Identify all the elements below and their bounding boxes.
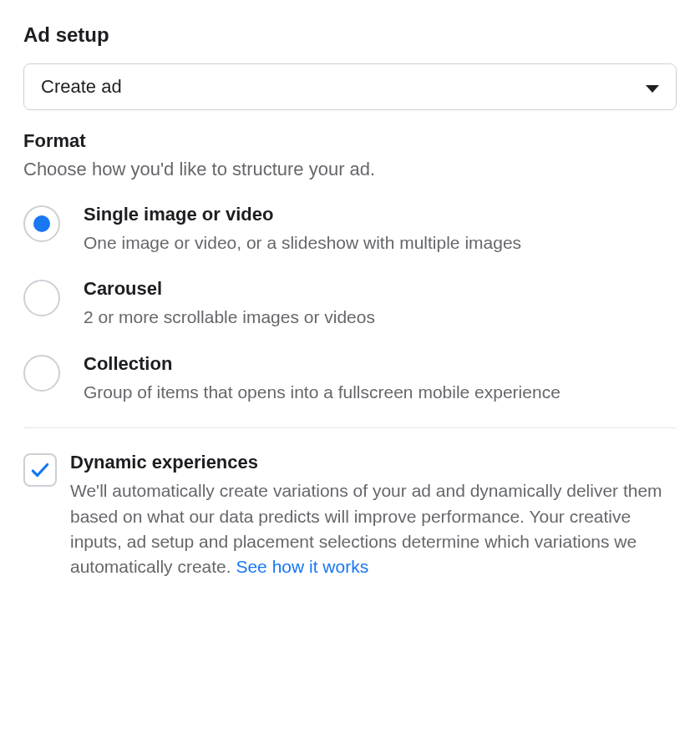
ad-setup-dropdown[interactable]: Create ad [23,63,677,110]
option-description: One image or video, or a slideshow with … [84,230,677,255]
dynamic-title: Dynamic experiences [70,452,677,473]
checkbox-content: Dynamic experiences We'll automatically … [70,452,677,580]
dynamic-description: We'll automatically create variations of… [70,478,677,580]
option-description: Group of items that opens into a fullscr… [84,380,677,404]
dropdown-selected-label: Create ad [41,76,122,98]
see-how-it-works-link[interactable]: See how it works [236,557,368,576]
option-description: 2 or more scrollable images or videos [84,305,677,329]
radio-selected-indicator [33,215,50,232]
format-option-collection[interactable]: Collection Group of items that opens int… [23,353,677,404]
format-option-carousel[interactable]: Carousel 2 or more scrollable images or … [23,278,677,329]
option-content: Collection Group of items that opens int… [84,353,677,404]
check-icon [29,459,51,481]
format-title: Format [23,130,677,152]
option-title: Single image or video [84,204,677,225]
divider [23,427,677,428]
option-content: Carousel 2 or more scrollable images or … [84,278,677,329]
svg-marker-0 [646,85,659,93]
radio-single[interactable] [23,205,60,242]
dynamic-experiences-checkbox[interactable] [23,453,57,487]
format-description: Choose how you'd like to structure your … [23,159,677,180]
dynamic-experiences-option: Dynamic experiences We'll automatically … [23,452,677,580]
option-title: Collection [84,353,677,375]
radio-collection[interactable] [23,355,60,392]
radio-carousel[interactable] [23,280,60,316]
option-content: Single image or video One image or video… [84,204,677,255]
caret-down-icon [646,76,659,98]
option-title: Carousel [84,278,677,300]
format-option-single[interactable]: Single image or video One image or video… [23,204,677,255]
section-title: Ad setup [23,23,677,47]
